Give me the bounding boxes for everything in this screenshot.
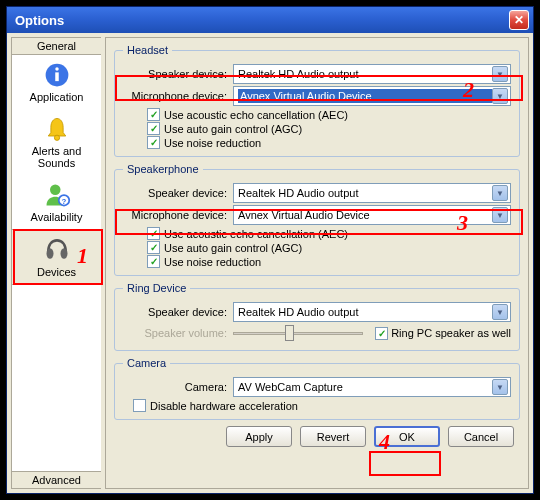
- info-icon: [43, 61, 71, 89]
- headset-legend: Headset: [123, 44, 172, 56]
- ring-volume-slider[interactable]: [233, 324, 363, 342]
- chevron-down-icon: ▼: [492, 207, 508, 223]
- devices-panel: Headset Speaker device: Realtek HD Audio…: [105, 37, 529, 489]
- sidebar-item-devices[interactable]: Devices: [12, 229, 101, 285]
- chevron-down-icon: ▼: [492, 185, 508, 201]
- chevron-down-icon: ▼: [492, 379, 508, 395]
- titlebar[interactable]: Options ✕: [7, 7, 533, 33]
- sp-mic-combo[interactable]: Avnex Virtual Audio Device ▼: [233, 205, 511, 225]
- apply-button[interactable]: Apply: [226, 426, 292, 447]
- checkbox-icon: ✓: [147, 255, 160, 268]
- headset-mic-label: Microphone device:: [123, 90, 227, 102]
- camera-combo[interactable]: AV WebCam Capture ▼: [233, 377, 511, 397]
- speakerphone-legend: Speakerphone: [123, 163, 203, 175]
- checkbox-icon: ✓: [375, 327, 388, 340]
- svg-text:?: ?: [61, 197, 66, 206]
- ok-button[interactable]: OK: [374, 426, 440, 447]
- sidebar-item-label: Alerts and Sounds: [14, 145, 99, 169]
- camera-label: Camera:: [123, 381, 227, 393]
- checkbox-icon: ✓: [147, 227, 160, 240]
- ring-group: Ring Device Speaker device: Realtek HD A…: [114, 282, 520, 351]
- sidebar-item-label: Availability: [31, 211, 83, 223]
- presence-icon: ?: [43, 181, 71, 209]
- sp-speaker-label: Speaker device:: [123, 187, 227, 199]
- close-button[interactable]: ✕: [509, 10, 529, 30]
- svg-point-4: [50, 185, 61, 196]
- chevron-down-icon: ▼: [492, 304, 508, 320]
- speakerphone-group: Speakerphone Speaker device: Realtek HD …: [114, 163, 520, 276]
- sidebar-item-label: Devices: [37, 266, 76, 278]
- headset-nr-check[interactable]: ✓Use noise reduction: [147, 136, 511, 149]
- ring-speaker-combo[interactable]: Realtek HD Audio output ▼: [233, 302, 511, 322]
- svg-point-7: [46, 248, 53, 259]
- sp-speaker-combo[interactable]: Realtek HD Audio output ▼: [233, 183, 511, 203]
- headset-agc-check[interactable]: ✓Use auto gain control (AGC): [147, 122, 511, 135]
- sidebar: General Application Alerts and Sounds ? …: [11, 37, 101, 489]
- svg-point-1: [55, 67, 59, 71]
- sp-nr-check[interactable]: ✓Use noise reduction: [147, 255, 511, 268]
- tab-advanced[interactable]: Advanced: [12, 471, 101, 488]
- cancel-button[interactable]: Cancel: [448, 426, 514, 447]
- sp-aec-check[interactable]: ✓Use acoustic echo cancellation (AEC): [147, 227, 511, 240]
- headset-speaker-combo[interactable]: Realtek HD Audio output ▼: [233, 64, 511, 84]
- ring-speaker-label: Speaker device:: [123, 306, 227, 318]
- slider-thumb[interactable]: [285, 325, 294, 341]
- bell-icon: [43, 115, 71, 143]
- revert-button[interactable]: Revert: [300, 426, 366, 447]
- headset-group: Headset Speaker device: Realtek HD Audio…: [114, 44, 520, 157]
- camera-legend: Camera: [123, 357, 170, 369]
- ring-volume-label: Speaker volume:: [123, 327, 227, 339]
- camera-group: Camera Camera: AV WebCam Capture ▼ ✓Disa…: [114, 357, 520, 420]
- headset-icon: [43, 236, 71, 264]
- chevron-down-icon: ▼: [492, 88, 508, 104]
- checkbox-icon: ✓: [147, 122, 160, 135]
- camera-disable-accel-check[interactable]: ✓Disable hardware acceleration: [133, 399, 511, 412]
- headset-aec-check[interactable]: ✓Use acoustic echo cancellation (AEC): [147, 108, 511, 121]
- sidebar-item-alerts[interactable]: Alerts and Sounds: [12, 109, 101, 175]
- svg-rect-2: [55, 72, 59, 81]
- checkbox-icon: ✓: [147, 241, 160, 254]
- checkbox-icon: ✓: [133, 399, 146, 412]
- checkbox-icon: ✓: [147, 136, 160, 149]
- sidebar-item-availability[interactable]: ? Availability: [12, 175, 101, 229]
- chevron-down-icon: ▼: [492, 66, 508, 82]
- ring-legend: Ring Device: [123, 282, 190, 294]
- svg-point-8: [60, 248, 67, 259]
- sidebar-item-label: Application: [30, 91, 84, 103]
- window-title: Options: [15, 13, 509, 28]
- sp-mic-label: Microphone device:: [123, 209, 227, 221]
- sidebar-item-application[interactable]: Application: [12, 55, 101, 109]
- headset-speaker-label: Speaker device:: [123, 68, 227, 80]
- options-window: Options ✕ General Application Alerts and…: [6, 6, 534, 494]
- close-icon: ✕: [514, 13, 524, 27]
- headset-mic-combo[interactable]: Avnex Virtual Audio Device ▼: [233, 86, 511, 106]
- sp-agc-check[interactable]: ✓Use auto gain control (AGC): [147, 241, 511, 254]
- checkbox-icon: ✓: [147, 108, 160, 121]
- tab-general[interactable]: General: [12, 38, 101, 55]
- svg-point-3: [54, 135, 59, 140]
- ring-pc-check[interactable]: ✓ Ring PC speaker as well: [375, 327, 511, 340]
- button-row: Apply Revert OK Cancel: [114, 426, 520, 447]
